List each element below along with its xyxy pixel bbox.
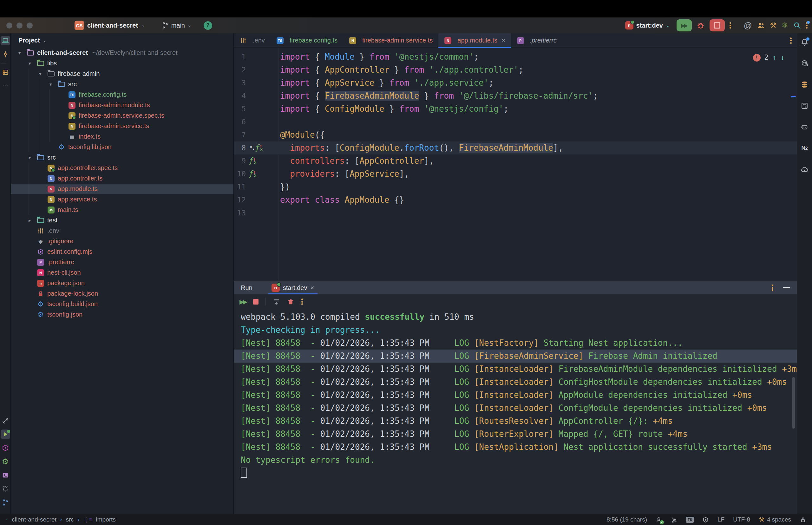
git-branch-widget[interactable]: main ⌄ [162, 22, 192, 29]
indent-widget[interactable]: ⚒4 spaces [759, 516, 791, 523]
ai-at-icon[interactable]: @ [744, 21, 752, 30]
code-line-3[interactable]: import { AppService } from './app.servic… [279, 76, 797, 89]
tree-item-index.ts[interactable]: ≣index.ts [11, 131, 234, 142]
code-with-me-icon[interactable] [757, 21, 765, 30]
terminal-tool-button[interactable] [1, 470, 10, 480]
code-line-1[interactable]: import { Module } from '@nestjs/common'; [279, 50, 797, 63]
project-widget[interactable]: CS client-and-secret ⌄ [75, 20, 145, 30]
rerun-button[interactable]: ▶▶ [240, 298, 246, 305]
code-line-4[interactable]: import { FirebaseAdminModule } from '@/l… [279, 89, 797, 103]
nest-injectable-icon[interactable]: ƒ↑x [249, 167, 259, 181]
more-tool-windows-button[interactable] [1, 81, 10, 91]
problems-alarm-button[interactable] [1, 484, 10, 494]
eslint-status-icon[interactable] [702, 516, 709, 523]
debug-button[interactable] [696, 21, 705, 30]
tree-item-app.controller.spec.ts[interactable]: Napp.controller.spec.ts [11, 163, 234, 173]
plugins-atom-icon[interactable]: ⚛ [781, 21, 788, 30]
typescript-status-badge[interactable]: TS [686, 517, 694, 523]
gradle-tool-button[interactable] [800, 122, 810, 132]
tree-item-src[interactable]: ▾src [11, 152, 234, 163]
project-tool-header[interactable]: Project ⌄ [11, 33, 234, 48]
code-line-10[interactable]: providers: [AppService], [279, 167, 797, 180]
tree-item-eslint.config.mjs[interactable]: eslint.config.mjs [11, 246, 234, 257]
services-tool-button[interactable] [1, 68, 10, 77]
tree-item-.env[interactable]: .env [11, 226, 234, 236]
scroll-to-end-icon[interactable] [273, 298, 280, 305]
tab-.env[interactable]: .env [234, 33, 271, 48]
breadcrumb-src[interactable]: src [66, 516, 74, 523]
code-line-7[interactable]: @Module({ [279, 129, 797, 141]
code-line-12[interactable]: export class AppModule {} [279, 194, 797, 207]
tree-item-app.controller.ts[interactable]: Napp.controller.ts [11, 173, 234, 184]
tree-item-tsconfig.json[interactable]: ⚙tsconfig.json [11, 309, 234, 320]
tools-icon[interactable]: ⚒ [770, 21, 777, 30]
cloud-shell-button[interactable] [800, 165, 810, 174]
editor-gutter[interactable]: 12345678✦✦ƒ↑x9ƒ↑x10ƒ↑x111213 [234, 48, 279, 281]
tree-item-client-and-secret[interactable]: ▾client-and-secret~/dev/Evelyn/client-an… [11, 48, 234, 58]
tree-item-app.service.ts[interactable]: Napp.service.ts [11, 194, 234, 205]
window-zoom-button[interactable] [27, 22, 33, 29]
tree-item-package.json[interactable]: npackage.json [11, 278, 234, 288]
code-line-5[interactable]: import { ConfigModule } from '@nestjs/co… [279, 103, 797, 116]
tree-item-.gitignore[interactable]: ◆.gitignore [11, 236, 234, 246]
close-icon[interactable]: × [310, 284, 314, 291]
graphql-tool-button[interactable] [1, 443, 10, 453]
tree-item-firebase.config.ts[interactable]: TSfirebase.config.ts [11, 89, 234, 100]
window-close-button[interactable] [6, 22, 12, 29]
nest-injectable-icon[interactable]: ƒ↑x [255, 141, 266, 155]
inspection-profile-icon[interactable] [656, 516, 662, 523]
help-button[interactable]: ? [204, 21, 212, 30]
ai-assistant-button[interactable] [800, 58, 810, 68]
expand-chevron-icon[interactable]: ▾ [29, 61, 37, 66]
prev-error-arrow-icon[interactable]: ↑ [772, 51, 777, 64]
tree-item-tsconfig.lib.json[interactable]: ⚙tsconfig.lib.json [11, 142, 234, 152]
breadcrumb-symbol[interactable]: imports [96, 516, 116, 523]
settings-kebab[interactable] [806, 21, 808, 30]
lock-icon[interactable] [800, 516, 806, 523]
breadcrumb-project[interactable]: client-and-secret [12, 516, 56, 523]
hide-panel-button[interactable] [783, 287, 790, 288]
collapse-chevron-icon[interactable]: ▸ [29, 217, 37, 223]
line-separator-widget[interactable]: LF [718, 516, 724, 523]
code-line-2[interactable]: import { AppController } from './app.con… [279, 63, 797, 76]
dependencies-gear-button[interactable]: ⚙ [1, 457, 10, 466]
run-tool-button[interactable] [1, 430, 10, 439]
tree-item-.prettierrc[interactable]: P.prettierrc [11, 257, 234, 267]
notifications-bell-button[interactable] [800, 37, 810, 47]
expand-chevron-icon[interactable]: ▾ [39, 71, 47, 77]
run-configuration-widget[interactable]: n start:dev ⌄ [625, 21, 670, 30]
documentation-tool-button[interactable] [800, 101, 810, 110]
tree-item-tsconfig.build.json[interactable]: ⚙tsconfig.build.json [11, 299, 234, 309]
commit-tool-button[interactable] [1, 49, 10, 59]
console-scrollbar[interactable] [792, 377, 795, 429]
console-options-kebab[interactable] [301, 298, 303, 306]
encoding-widget[interactable]: UTF-8 [733, 516, 750, 523]
stop-button[interactable] [253, 299, 258, 304]
expand-chevron-icon[interactable]: ▾ [29, 155, 37, 161]
code-line-9[interactable]: controllers: [AppController], [279, 154, 797, 167]
tree-item-package-lock.json[interactable]: package-lock.json [11, 288, 234, 299]
tab-firebase.config.ts[interactable]: TSfirebase.config.ts [271, 33, 343, 48]
tab-.prettierrc[interactable]: P.prettierrc [511, 33, 562, 48]
next-error-arrow-icon[interactable]: ↓ [780, 51, 785, 64]
code-line-6[interactable] [279, 116, 797, 129]
build-tools-button[interactable] [1, 416, 10, 425]
tab-firebase-admin.service.ts[interactable]: Nfirebase-admin.service.ts [343, 33, 438, 48]
caret-position-widget[interactable]: 8:56 (19 chars) [606, 516, 647, 523]
more-actions-kebab[interactable] [730, 21, 731, 30]
grammar-disabled-icon[interactable] [671, 516, 677, 523]
run-tab-startdev[interactable]: n start:dev × [267, 281, 319, 295]
window-minimize-button[interactable] [16, 22, 22, 29]
tab-options-kebab[interactable] [790, 36, 792, 44]
tab-app.module.ts[interactable]: Napp.module.ts× [438, 33, 511, 48]
tree-item-app.module.ts[interactable]: Napp.module.ts [11, 184, 234, 194]
search-everywhere-icon[interactable] [793, 21, 801, 30]
code-line-13[interactable] [279, 207, 797, 220]
editor[interactable]: 12345678✦✦ƒ↑x9ƒ↑x10ƒ↑x111213 import { Mo… [234, 48, 797, 281]
tree-item-libs[interactable]: ▾libs [11, 58, 234, 69]
n2-tool-button[interactable]: N2 [800, 144, 810, 153]
tree-item-main.ts[interactable]: JSmain.ts [11, 205, 234, 215]
stop-button[interactable] [709, 19, 725, 31]
code-line-8[interactable]: imports: [ConfigModule.forRoot(), Fireba… [279, 141, 797, 154]
close-icon[interactable]: × [501, 37, 505, 44]
